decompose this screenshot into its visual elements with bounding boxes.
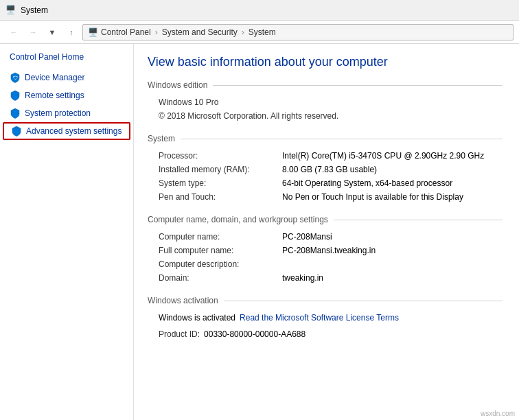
title-bar: 🖥️ System [0, 0, 519, 21]
computer-name-section: Computer name, domain, and workgroup set… [148, 215, 503, 285]
sidebar-item-system-protection[interactable]: System protection [0, 104, 133, 122]
full-computer-name-label: Full computer name: [159, 246, 282, 255]
svg-text:🛡: 🛡 [13, 75, 18, 80]
windows-edition-content: Windows 10 Pro © 2018 Microsoft Corporat… [148, 95, 503, 123]
main-layout: Control Panel Home 🛡 Device Manager Remo… [0, 44, 519, 420]
product-id-row: Product ID: 00330-80000-00000-AA688 [159, 327, 503, 341]
sidebar-item-remote-settings[interactable]: Remote settings [0, 86, 133, 104]
processor-label: Processor: [159, 151, 282, 161]
computer-name-label: Computer name: [159, 232, 282, 242]
processor-value: Intel(R) Core(TM) i5-3470S CPU @ 2.90GHz… [282, 151, 503, 161]
recent-button[interactable]: ▼ [44, 24, 60, 40]
title-bar-icon: 🖥️ [5, 5, 16, 16]
ram-value: 8.00 GB (7.83 GB usable) [282, 165, 503, 174]
windows-activation-content: Windows is activated Read the Microsoft … [148, 311, 503, 341]
computer-description-row: Computer description: [159, 257, 503, 271]
sidebar-home[interactable]: Control Panel Home [0, 52, 133, 69]
title-bar-text: System [21, 5, 48, 15]
activation-row: Windows is activated Read the Microsoft … [159, 311, 503, 325]
breadcrumb-item-3: System [249, 27, 276, 37]
domain-label: Domain: [159, 273, 282, 283]
shield-icon-1: 🛡 [10, 72, 21, 83]
domain-row: Domain: tweaking.in [159, 271, 503, 285]
sidebar-item-device-manager[interactable]: 🛡 Device Manager [0, 69, 133, 86]
activation-text: Windows is activated [159, 313, 235, 323]
computer-name-header: Computer name, domain, and workgroup set… [148, 215, 503, 224]
sidebar-item-remote-settings-label: Remote settings [25, 91, 84, 100]
shield-icon-2 [10, 90, 21, 101]
full-computer-name-row: Full computer name: PC-208Mansi.tweaking… [159, 244, 503, 257]
computer-description-label: Computer description: [159, 259, 282, 269]
back-button[interactable]: ← [5, 24, 22, 40]
forward-button[interactable]: → [25, 24, 41, 40]
computer-name-content: Computer name: PC-208Mansi Full computer… [148, 230, 503, 285]
page-title: View basic information about your comput… [148, 55, 503, 69]
breadcrumb-item-2: System and Security [162, 27, 238, 37]
processor-row: Processor: Intel(R) Core(TM) i5-3470S CP… [159, 149, 503, 163]
sidebar: Control Panel Home 🛡 Device Manager Remo… [0, 44, 134, 420]
windows-edition-section: Windows edition Windows 10 Pro © 2018 Mi… [148, 80, 503, 123]
sidebar-item-advanced-system-settings-label: Advanced system settings [26, 126, 122, 136]
sidebar-item-advanced-system-settings[interactable]: Advanced system settings [3, 122, 130, 140]
ram-label: Installed memory (RAM): [159, 165, 282, 174]
content-area: View basic information about your comput… [134, 44, 519, 420]
product-id-label: Product ID: [159, 329, 200, 339]
shield-icon-3 [10, 108, 21, 119]
system-header: System [148, 134, 503, 143]
sidebar-item-device-manager-label: Device Manager [25, 73, 84, 82]
up-button[interactable]: ↑ [63, 24, 80, 40]
system-section: System Processor: Intel(R) Core(TM) i5-3… [148, 134, 503, 204]
pen-touch-label: Pen and Touch: [159, 192, 282, 202]
full-computer-name-value: PC-208Mansi.tweaking.in [282, 246, 503, 255]
windows-edition-value: Windows 10 Pro [159, 95, 503, 109]
windows-edition-copyright: © 2018 Microsoft Corporation. All rights… [159, 109, 503, 123]
address-box[interactable]: 🖥️ Control Panel › System and Security ›… [82, 24, 514, 40]
windows-activation-header: Windows activation [148, 296, 503, 305]
breadcrumb-sep-2: › [242, 27, 244, 37]
pen-touch-row: Pen and Touch: No Pen or Touch Input is … [159, 190, 503, 204]
system-type-row: System type: 64-bit Operating System, x6… [159, 176, 503, 190]
system-type-label: System type: [159, 178, 282, 188]
breadcrumb-item-1: Control Panel [101, 27, 151, 37]
ram-row: Installed memory (RAM): 8.00 GB (7.83 GB… [159, 163, 503, 176]
windows-edition-header: Windows edition [148, 80, 503, 90]
sidebar-item-system-protection-label: System protection [25, 108, 91, 118]
product-id-value: 00330-80000-00000-AA688 [204, 329, 503, 339]
breadcrumb-sep-1: › [155, 27, 158, 37]
windows-activation-section: Windows activation Windows is activated … [148, 296, 503, 341]
activation-link[interactable]: Read the Microsoft Software License Term… [240, 313, 503, 323]
computer-name-value: PC-208Mansi [282, 232, 503, 242]
computer-icon: 🖥️ [87, 27, 98, 38]
computer-description-value [282, 259, 503, 269]
system-content: Processor: Intel(R) Core(TM) i5-3470S CP… [148, 149, 503, 204]
shield-icon-4 [11, 126, 22, 137]
domain-value: tweaking.in [282, 273, 503, 283]
computer-name-row: Computer name: PC-208Mansi [159, 230, 503, 244]
address-bar: ← → ▼ ↑ 🖥️ Control Panel › System and Se… [0, 21, 519, 44]
pen-touch-value: No Pen or Touch Input is available for t… [282, 192, 503, 202]
watermark: wsxdn.com [481, 410, 515, 417]
system-type-value: 64-bit Operating System, x64-based proce… [282, 178, 503, 188]
